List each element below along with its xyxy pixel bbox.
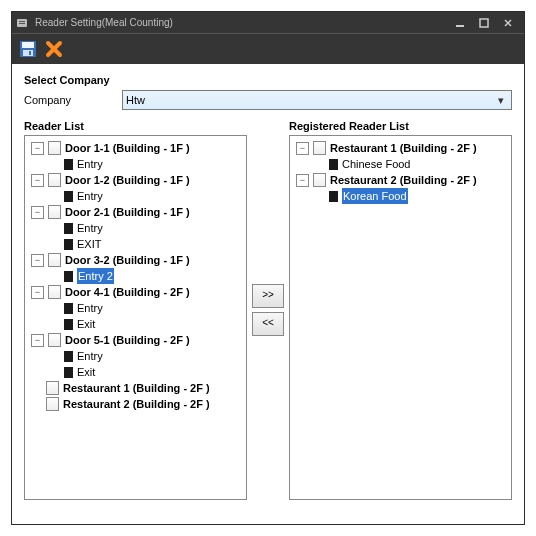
- tree-leaf[interactable]: Exit: [27, 364, 244, 380]
- leaf-label: Entry: [77, 348, 103, 364]
- reader-list-title: Reader List: [24, 120, 247, 132]
- node-label: Restaurant 2 (Building - 2F ): [63, 396, 210, 412]
- tree-node[interactable]: −Door 1-1 (Building - 1F ): [27, 140, 244, 156]
- company-label: Company: [24, 94, 122, 106]
- document-icon: [46, 397, 59, 411]
- document-icon: [48, 205, 61, 219]
- document-icon: [48, 285, 61, 299]
- reader-icon: [64, 319, 73, 330]
- document-icon: [48, 333, 61, 347]
- leaf-label: Entry: [77, 188, 103, 204]
- document-icon: [48, 173, 61, 187]
- collapse-icon[interactable]: −: [31, 206, 44, 219]
- remove-button[interactable]: <<: [252, 312, 284, 336]
- tree-leaf[interactable]: Entry: [27, 300, 244, 316]
- node-label: Door 1-2 (Building - 1F ): [65, 172, 190, 188]
- tree-node[interactable]: −Door 4-1 (Building - 2F ): [27, 284, 244, 300]
- app-icon: [16, 17, 30, 29]
- collapse-icon[interactable]: −: [31, 254, 44, 267]
- company-dropdown[interactable]: Htw ▾: [122, 90, 512, 110]
- close-button[interactable]: [496, 14, 520, 31]
- document-icon: [46, 381, 59, 395]
- node-label: Door 1-1 (Building - 1F ): [65, 140, 190, 156]
- svg-rect-1: [19, 21, 25, 22]
- reader-list-column: Reader List −Door 1-1 (Building - 1F )En…: [24, 120, 247, 500]
- reader-icon: [329, 191, 338, 202]
- tree-leaf[interactable]: Entry: [27, 156, 244, 172]
- document-icon: [48, 253, 61, 267]
- collapse-icon[interactable]: −: [31, 286, 44, 299]
- tree-node[interactable]: −Restaurant 2 (Building - 2F ): [292, 172, 509, 188]
- tree-node[interactable]: −Door 1-2 (Building - 1F ): [27, 172, 244, 188]
- tree-node[interactable]: Restaurant 1 (Building - 2F ): [27, 380, 244, 396]
- node-label: Restaurant 1 (Building - 2F ): [63, 380, 210, 396]
- collapse-icon[interactable]: −: [31, 142, 44, 155]
- node-label: Door 5-1 (Building - 2F ): [65, 332, 190, 348]
- leaf-label: Entry: [77, 300, 103, 316]
- maximize-button[interactable]: [472, 14, 496, 31]
- tree-node[interactable]: −Door 3-2 (Building - 1F ): [27, 252, 244, 268]
- company-row: Company Htw ▾: [24, 90, 512, 110]
- document-icon: [48, 141, 61, 155]
- node-label: Door 4-1 (Building - 2F ): [65, 284, 190, 300]
- collapse-icon[interactable]: −: [296, 174, 309, 187]
- company-value: Htw: [126, 94, 145, 106]
- tree-node[interactable]: Restaurant 2 (Building - 2F ): [27, 396, 244, 412]
- tree-leaf[interactable]: Entry: [27, 348, 244, 364]
- tree-leaf[interactable]: Chinese Food: [292, 156, 509, 172]
- reader-icon: [64, 351, 73, 362]
- collapse-icon[interactable]: −: [31, 334, 44, 347]
- tree-node[interactable]: −Door 5-1 (Building - 2F ): [27, 332, 244, 348]
- document-icon: [313, 141, 326, 155]
- toolbar: [12, 33, 524, 64]
- leaf-label: Entry: [77, 156, 103, 172]
- svg-rect-4: [480, 19, 488, 27]
- svg-rect-9: [23, 50, 33, 56]
- reader-icon: [64, 223, 73, 234]
- leaf-label: Korean Food: [342, 188, 408, 204]
- reader-icon: [64, 271, 73, 282]
- leaf-label: EXIT: [77, 236, 101, 252]
- collapse-icon[interactable]: −: [296, 142, 309, 155]
- svg-rect-10: [29, 51, 31, 55]
- chevron-down-icon: ▾: [494, 94, 508, 107]
- svg-rect-2: [19, 23, 25, 24]
- tree-leaf[interactable]: Entry: [27, 188, 244, 204]
- titlebar[interactable]: Reader Setting(Meal Counting): [12, 12, 524, 33]
- node-label: Restaurant 2 (Building - 2F ): [330, 172, 477, 188]
- window-title: Reader Setting(Meal Counting): [35, 17, 173, 28]
- tree-leaf[interactable]: Korean Food: [292, 188, 509, 204]
- reader-icon: [64, 367, 73, 378]
- document-icon: [313, 173, 326, 187]
- tree-leaf[interactable]: Entry 2: [27, 268, 244, 284]
- registered-list-box[interactable]: −Restaurant 1 (Building - 2F )Chinese Fo…: [289, 135, 512, 500]
- reader-icon: [64, 239, 73, 250]
- content-area: Select Company Company Htw ▾ Reader List…: [12, 64, 524, 524]
- leaf-label: Exit: [77, 364, 95, 380]
- reader-icon: [64, 303, 73, 314]
- tree-leaf[interactable]: Entry: [27, 220, 244, 236]
- node-label: Door 3-2 (Building - 1F ): [65, 252, 190, 268]
- tree-leaf[interactable]: EXIT: [27, 236, 244, 252]
- cancel-button[interactable]: [44, 39, 64, 59]
- reader-list-box[interactable]: −Door 1-1 (Building - 1F )Entry−Door 1-2…: [24, 135, 247, 500]
- leaf-label: Entry 2: [77, 268, 114, 284]
- minimize-button[interactable]: [448, 14, 472, 31]
- svg-rect-3: [456, 25, 464, 27]
- leaf-label: Exit: [77, 316, 95, 332]
- transfer-buttons: >> <<: [251, 120, 285, 500]
- reader-icon: [64, 191, 73, 202]
- tree-node[interactable]: −Door 2-1 (Building - 1F ): [27, 204, 244, 220]
- registered-list-column: Registered Reader List −Restaurant 1 (Bu…: [289, 120, 512, 500]
- leaf-label: Entry: [77, 220, 103, 236]
- tree-leaf[interactable]: Exit: [27, 316, 244, 332]
- collapse-icon[interactable]: −: [31, 174, 44, 187]
- save-button[interactable]: [18, 39, 38, 59]
- app-window: Reader Setting(Meal Counting) Select Com…: [11, 11, 525, 525]
- tree-node[interactable]: −Restaurant 1 (Building - 2F ): [292, 140, 509, 156]
- add-button[interactable]: >>: [252, 284, 284, 308]
- section-title: Select Company: [24, 74, 512, 86]
- reader-icon: [329, 159, 338, 170]
- registered-list-title: Registered Reader List: [289, 120, 512, 132]
- node-label: Door 2-1 (Building - 1F ): [65, 204, 190, 220]
